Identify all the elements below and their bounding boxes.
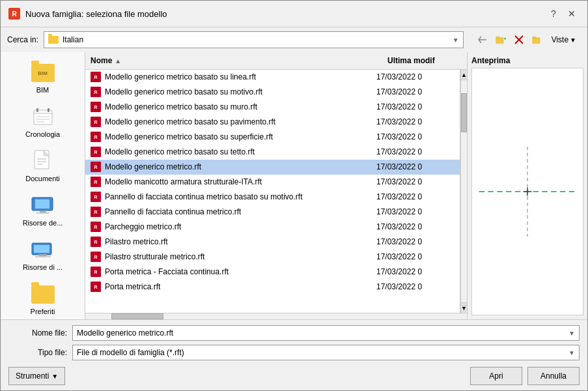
file-item[interactable]: R Modello generico metrico basato su mur… [85, 100, 460, 115]
sidebar-item-documenti[interactable]: Documenti [1, 146, 85, 188]
action-buttons: Apri Annulla [470, 367, 580, 385]
cerca-label: Cerca in: [7, 35, 38, 44]
apri-button[interactable]: Apri [470, 367, 522, 385]
file-name: Modello generico metrico basato su linea… [105, 72, 372, 81]
file-item[interactable]: R Parcheggio metrico.rft 17/03/2022 0 [85, 220, 460, 235]
file-item[interactable]: R Porta metrica.rft 17/03/2022 0 [85, 280, 460, 295]
dialog: R Nuova famiglia: seleziona file modello… [0, 0, 588, 391]
path-dropdown[interactable]: Italian ▼ [44, 31, 464, 48]
sidebar-risorse2-label: Risorse di ... [23, 263, 63, 271]
nav-buttons: + Viste ▼ [474, 31, 581, 48]
delete-button[interactable] [511, 31, 527, 48]
sidebar-item-preferiti[interactable]: Preferiti [1, 279, 85, 319]
tipo-label: Tipo file: [8, 348, 67, 357]
scrollbar-thumb[interactable] [461, 93, 467, 132]
title-bar-controls: ? ✕ [546, 6, 580, 22]
strumenti-button[interactable]: Strumenti ▼ [8, 367, 65, 385]
file-type-icon: R [91, 102, 101, 112]
sidebar-item-cronologia[interactable]: Cronologia [1, 102, 85, 143]
file-name: Modello manicotto armatura strutturale-I… [105, 177, 372, 186]
viste-label: Viste [552, 35, 568, 44]
svg-rect-22 [36, 212, 49, 214]
sidebar-preferiti-label: Preferiti [31, 308, 55, 315]
file-item[interactable]: R Pilastro strutturale metrico.rft 17/03… [85, 250, 460, 265]
viste-button[interactable]: Viste ▼ [547, 31, 581, 48]
file-item[interactable]: R Modello generico metrico basato su pav… [85, 115, 460, 130]
file-item[interactable]: R Modello generico metrico basato su lin… [85, 70, 460, 85]
title-bar-left: R Nuova famiglia: seleziona file modello [8, 8, 167, 20]
sidebar-item-risorse1[interactable]: Risorse de... [1, 190, 85, 232]
file-type-icon: R [91, 72, 101, 82]
svg-rect-14 [35, 151, 49, 169]
nome-label: Nome file: [8, 328, 67, 338]
folder-icon [48, 36, 59, 44]
file-date: 17/03/2022 0 [376, 237, 455, 246]
risorse1-icon [30, 195, 56, 216]
preview-box [471, 68, 583, 315]
file-type-icon: R [91, 252, 101, 262]
app-icon: R [8, 8, 20, 20]
sidebar-risorse1-label: Risorse de... [23, 219, 63, 227]
file-date: 17/03/2022 0 [376, 177, 455, 186]
sidebar-bim-label: BIM [36, 86, 49, 94]
svg-rect-9 [36, 108, 38, 112]
file-name: Modello generico metrico basato su super… [105, 132, 372, 141]
file-name: Pilastro metrico.rft [105, 237, 372, 246]
nome-arrow-icon: ▼ [568, 330, 575, 337]
svg-rect-6 [532, 36, 535, 38]
strumenti-arrow-icon: ▼ [51, 373, 58, 380]
file-item[interactable]: R Modello manicotto armatura strutturale… [85, 175, 460, 190]
tipo-arrow-icon: ▼ [568, 349, 575, 356]
file-item[interactable]: R Pannello di facciata continua metrico.… [85, 205, 460, 220]
tipo-input[interactable]: File di modello di famiglia (*.rft) ▼ [72, 345, 580, 360]
col-date-header[interactable]: Ultima modif [382, 55, 460, 66]
svg-rect-24 [34, 245, 49, 253]
scrollbar-track[interactable]: ▲ ▼ [460, 70, 467, 313]
file-type-icon: R [91, 237, 101, 247]
file-item[interactable]: R Modello generico metrico basato su mot… [85, 85, 460, 100]
file-item[interactable]: R Modello generico metrico basato su sup… [85, 130, 460, 145]
file-item[interactable]: R Pilastro metrico.rft 17/03/2022 0 [85, 235, 460, 250]
cronologia-icon [30, 107, 56, 128]
folder-nav-button[interactable] [529, 31, 546, 48]
file-type-icon: R [91, 192, 101, 202]
new-folder-button[interactable]: + [492, 31, 509, 48]
file-date: 17/03/2022 0 [376, 192, 455, 201]
file-item[interactable]: R Pannello di facciata continua metrico … [85, 190, 460, 205]
col-name-header[interactable]: Nome ▲ [85, 55, 382, 66]
file-list: R Modello generico metrico basato su lin… [85, 70, 460, 313]
file-date: 17/03/2022 0 [376, 117, 455, 126]
annulla-button[interactable]: Annulla [527, 367, 580, 385]
help-button[interactable]: ? [546, 6, 561, 22]
preview-label: Anteprima [471, 56, 583, 65]
nome-row: Nome file: Modello generico metrico.rft … [8, 325, 580, 341]
back-button[interactable] [474, 31, 491, 48]
strumenti-label: Strumenti [16, 371, 49, 381]
file-name: Modello generico metrico basato su muro.… [105, 102, 372, 111]
horizontal-scrollbar[interactable] [85, 313, 467, 319]
file-name: Parcheggio metrico.rft [105, 222, 372, 231]
sidebar-documenti-label: Documenti [25, 175, 60, 182]
tipo-row: Tipo file: File di modello di famiglia (… [8, 345, 580, 360]
close-button[interactable]: ✕ [564, 6, 580, 22]
file-date: 17/03/2022 0 [376, 147, 455, 156]
svg-rect-10 [48, 108, 49, 112]
file-type-icon: R [91, 207, 101, 217]
file-type-icon: R [91, 87, 101, 97]
file-list-header: Nome ▲ Ultima modif [85, 52, 467, 70]
file-item[interactable]: R Modello generico metrico basato su tet… [85, 145, 460, 160]
documenti-icon [30, 151, 56, 172]
file-item[interactable]: R Porta metrica - Facciata continua.rft … [85, 265, 460, 280]
file-item[interactable]: R Modello generico metrico.rft 17/03/202… [85, 160, 460, 175]
file-name: Modello generico metrico.rft [105, 162, 372, 171]
file-name: Pannello di facciata continua metrico.rf… [105, 207, 372, 216]
title-bar: R Nuova famiglia: seleziona file modello… [1, 1, 587, 27]
file-name: Modello generico metrico basato su pavim… [105, 117, 372, 126]
nome-input[interactable]: Modello generico metrico.rft ▼ [72, 325, 580, 341]
file-type-icon: R [91, 267, 101, 277]
main-area: BIM BIM Cronologia [1, 52, 587, 319]
sidebar-item-risorse2[interactable]: Risorse di ... [1, 235, 85, 276]
file-type-icon: R [91, 222, 101, 232]
sidebar-item-bim[interactable]: BIM BIM [1, 57, 85, 99]
toolbar: Cerca in: Italian ▼ + [1, 27, 587, 52]
